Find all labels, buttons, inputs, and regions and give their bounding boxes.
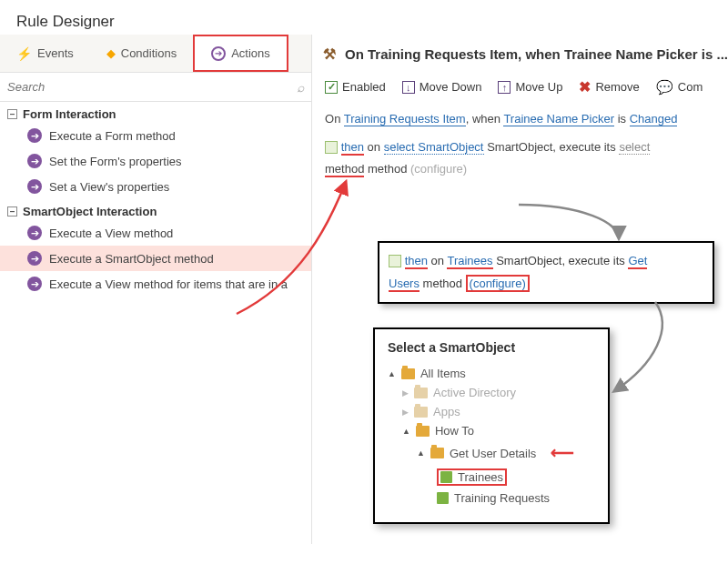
caret-down-icon: ▲ bbox=[388, 369, 396, 378]
bolt-icon: ⚡ bbox=[16, 46, 32, 61]
caret-down-icon: ▲ bbox=[417, 448, 425, 458]
folder-icon bbox=[430, 448, 444, 458]
tree-all-items[interactable]: ▲ All Items bbox=[388, 364, 595, 383]
action-execute-smartobject-method[interactable]: ➔ Execute a SmartObject method bbox=[0, 246, 311, 271]
group-form[interactable]: – Form Interaction bbox=[0, 102, 311, 123]
caret-right-icon: ▶ bbox=[402, 388, 409, 398]
get-link[interactable]: Get bbox=[628, 254, 647, 269]
tab-actions[interactable]: ➔ Actions bbox=[193, 35, 288, 72]
txt: method bbox=[368, 162, 407, 176]
action-label: Set a View's properties bbox=[49, 180, 169, 194]
tab-conditions-label: Conditions bbox=[121, 46, 177, 60]
tab-events[interactable]: ⚡ Events bbox=[0, 35, 90, 72]
remove-label: Remove bbox=[595, 80, 639, 94]
tree-label: Trainees bbox=[458, 470, 503, 484]
move-down-button[interactable]: ↓ Move Down bbox=[402, 80, 482, 94]
move-down-label: Move Down bbox=[420, 80, 482, 94]
action-icon: ➔ bbox=[27, 179, 42, 194]
tree-training-requests[interactable]: Training Requests bbox=[388, 488, 595, 508]
page-title: Rule Designer bbox=[0, 0, 728, 35]
tree-how-to[interactable]: ▲ How To bbox=[388, 421, 595, 440]
tab-events-label: Events bbox=[37, 46, 74, 60]
folder-icon bbox=[416, 426, 430, 437]
tab-conditions[interactable]: ◆ Conditions bbox=[90, 35, 193, 72]
txt: on bbox=[368, 140, 380, 154]
enabled-toggle[interactable]: ✓ Enabled bbox=[325, 80, 386, 94]
txt: is bbox=[618, 112, 626, 126]
group-smartobject[interactable]: – SmartObject Interaction bbox=[0, 199, 311, 220]
trainees-link[interactable]: Trainees bbox=[447, 254, 492, 269]
smartobject-icon bbox=[389, 255, 401, 267]
folder-icon bbox=[414, 388, 428, 398]
txt: , when bbox=[466, 112, 500, 126]
action-icon: ➔ bbox=[27, 251, 42, 266]
select-smartobject-link[interactable]: select SmartObject bbox=[384, 140, 484, 155]
folder-icon bbox=[414, 407, 428, 418]
move-up-label: Move Up bbox=[515, 80, 562, 94]
check-icon: ✓ bbox=[325, 81, 338, 94]
action-set-view-properties[interactable]: ➔ Set a View's properties bbox=[0, 174, 311, 199]
action-label: Set the Form's properties bbox=[49, 155, 182, 168]
caret-right-icon: ▶ bbox=[402, 408, 409, 417]
action-set-form-properties[interactable]: ➔ Set the Form's properties bbox=[0, 148, 311, 174]
action-icon: ➔ bbox=[27, 154, 42, 168]
action-execute-form-method[interactable]: ➔ Execute a Form method bbox=[0, 123, 311, 148]
rule-toolbar: ✓ Enabled ↓ Move Down ↑ Move Up ✖ Remove… bbox=[319, 73, 728, 105]
tree-apps[interactable]: ▶ Apps bbox=[388, 402, 595, 421]
smartobject-icon bbox=[440, 471, 452, 483]
remove-button[interactable]: ✖ Remove bbox=[579, 78, 639, 96]
txt: SmartObject, execute its bbox=[496, 254, 625, 267]
txt: On bbox=[325, 112, 340, 126]
arrow-circle-icon: ➔ bbox=[211, 46, 226, 61]
comments-label: Com bbox=[678, 80, 703, 94]
tree-trainees[interactable]: Trainees bbox=[388, 466, 595, 488]
collapse-icon[interactable]: – bbox=[7, 109, 17, 119]
search-icon[interactable]: ⌕ bbox=[297, 80, 304, 95]
group-form-title: Form Interaction bbox=[23, 107, 116, 121]
txt: SmartObject, execute its bbox=[487, 140, 616, 154]
action-icon: ➔ bbox=[27, 277, 42, 291]
then-link[interactable]: then bbox=[341, 140, 364, 156]
collapse-icon[interactable]: – bbox=[7, 206, 17, 217]
search-row: ⌕ bbox=[0, 73, 311, 102]
event-type-link[interactable]: Changed bbox=[630, 112, 678, 126]
rule-title-row: ⚒ On Training Requests Item, when Traine… bbox=[319, 35, 728, 73]
search-input[interactable] bbox=[4, 76, 297, 97]
folder-icon bbox=[401, 368, 415, 379]
event-control-link[interactable]: Trainee Name Picker bbox=[503, 112, 614, 126]
callout-rule-configured: then on Trainees SmartObject, execute it… bbox=[378, 241, 714, 304]
comments-button[interactable]: 💬 Com bbox=[656, 79, 703, 96]
event-item-link[interactable]: Training Requests Item bbox=[344, 112, 466, 126]
txt: on bbox=[431, 254, 444, 267]
action-execute-view-method-items[interactable]: ➔ Execute a View method for items that a… bbox=[0, 271, 311, 297]
tree-get-user-details[interactable]: ▲ Get User Details ⟵ bbox=[388, 440, 595, 466]
move-up-icon: ↑ bbox=[498, 81, 511, 94]
tab-actions-label: Actions bbox=[231, 46, 270, 60]
comment-icon: 💬 bbox=[656, 79, 673, 96]
rule-event-line: On Training Requests Item, when Trainee … bbox=[325, 108, 728, 131]
action-icon: ➔ bbox=[27, 226, 42, 240]
action-execute-view-method[interactable]: ➔ Execute a View method bbox=[0, 220, 311, 246]
tree-active-directory[interactable]: ▶ Active Directory bbox=[388, 383, 595, 402]
left-pane: ⚡ Events ◆ Conditions ➔ Actions ⌕ – Form… bbox=[0, 35, 312, 544]
tree-label: Get User Details bbox=[450, 447, 536, 460]
tree-label: Apps bbox=[433, 405, 460, 418]
smartobject-icon bbox=[325, 141, 338, 154]
action-label: Execute a Form method bbox=[49, 129, 176, 143]
configure-link[interactable]: (configure) bbox=[410, 162, 467, 176]
tree-label: Training Requests bbox=[454, 491, 550, 505]
then-link[interactable]: then bbox=[405, 254, 428, 269]
action-icon: ➔ bbox=[27, 128, 42, 143]
move-up-button[interactable]: ↑ Move Up bbox=[498, 80, 562, 94]
gavel-icon: ⚒ bbox=[323, 45, 336, 63]
tree-label: All Items bbox=[420, 367, 466, 380]
annotation-arrow-icon: ⟵ bbox=[551, 443, 574, 463]
rule-action-line-2: method method (configure) bbox=[325, 158, 728, 181]
action-label: Execute a View method bbox=[49, 227, 173, 240]
smartobject-icon bbox=[437, 492, 449, 504]
select-method-link[interactable]: select bbox=[619, 140, 650, 155]
diamond-icon: ◆ bbox=[106, 46, 116, 60]
configure-link[interactable]: (configure) bbox=[466, 275, 530, 292]
rule-action-line: then on select SmartObject SmartObject, … bbox=[325, 136, 728, 159]
users-link[interactable]: Users bbox=[389, 277, 420, 292]
